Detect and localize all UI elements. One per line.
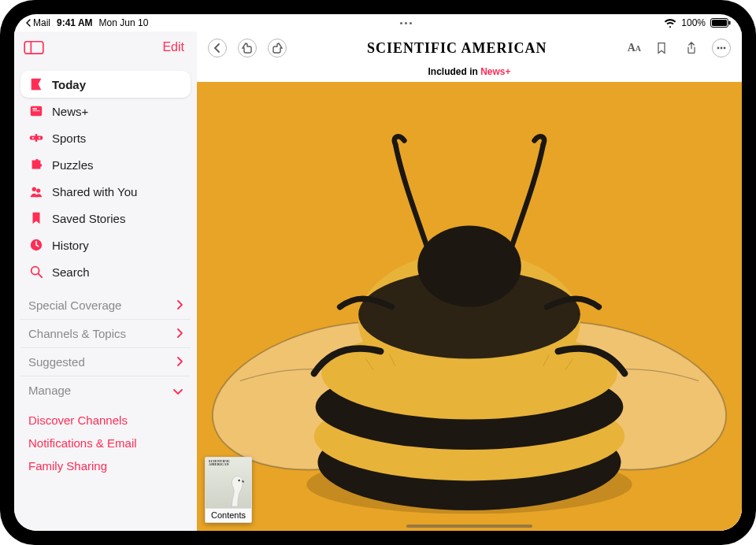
back-to-app[interactable]: Mail: [25, 17, 50, 28]
contents-thumbnail-image: SCIENTIFIC AMERICAN: [206, 458, 251, 508]
shared-icon: [28, 184, 44, 199]
article-view: SCIENTIFIC AMERICAN AA Included in News+: [197, 32, 742, 531]
svg-point-19: [724, 47, 726, 50]
link-discover-channels[interactable]: Discover Channels: [28, 409, 183, 432]
section-label: Suggested: [28, 355, 85, 369]
svg-point-13: [36, 188, 40, 192]
svg-rect-6: [33, 108, 37, 109]
multitask-dots-icon[interactable]: [148, 22, 664, 24]
sidebar-item-label: News+: [52, 105, 88, 118]
section-channels-topics[interactable]: Channels & Topics: [20, 319, 191, 347]
sidebar-item-search[interactable]: Search: [20, 258, 191, 285]
sidebar-item-label: Today: [52, 78, 86, 91]
battery-icon: [710, 18, 731, 28]
svg-rect-9: [35, 134, 37, 142]
status-bar: Mail 9:41 AM Mon Jun 10 100%: [14, 14, 742, 32]
like-button[interactable]: [268, 39, 287, 57]
sidebar-item-label: Shared with You: [52, 185, 137, 198]
section-manage[interactable]: Manage: [20, 376, 191, 404]
dislike-button[interactable]: [238, 39, 257, 57]
chevron-down-icon: [173, 384, 183, 397]
bee-illustration: [210, 129, 728, 513]
svg-rect-7: [33, 110, 40, 111]
share-button[interactable]: [682, 39, 701, 57]
svg-point-10: [32, 137, 34, 139]
sports-icon: [28, 130, 44, 146]
sidebar: Edit Today News+ Sports: [14, 32, 197, 531]
contents-label: Contents: [206, 508, 251, 522]
sidebar-item-label: Search: [52, 265, 90, 279]
edit-button[interactable]: Edit: [162, 40, 184, 54]
section-label: Special Coverage: [28, 298, 121, 312]
included-banner: Included in News+: [197, 65, 742, 82]
sidebar-item-sports[interactable]: Sports: [20, 124, 191, 151]
svg-point-11: [39, 137, 40, 139]
back-app-label: Mail: [33, 17, 50, 28]
sidebar-item-label: Saved Stories: [52, 212, 125, 225]
search-icon: [28, 264, 44, 280]
contents-button[interactable]: SCIENTIFIC AMERICAN Contents: [205, 457, 252, 523]
history-icon: [28, 237, 44, 253]
screen: Mail 9:41 AM Mon Jun 10 100%: [14, 14, 742, 531]
wifi-icon: [664, 18, 676, 28]
sidebar-primary-list: Today News+ Sports Puzzles: [20, 71, 191, 285]
sidebar-item-today[interactable]: Today: [20, 71, 191, 98]
svg-point-29: [417, 225, 521, 306]
sidebar-item-saved[interactable]: Saved Stories: [20, 205, 191, 232]
included-prefix: Included in: [428, 66, 480, 77]
chevron-right-icon: [176, 327, 183, 340]
sidebar-item-label: Sports: [52, 132, 86, 145]
sidebar-sections: Special Coverage Channels & Topics Sugge…: [20, 291, 191, 482]
sidebar-item-history[interactable]: History: [20, 232, 191, 258]
sidebar-item-newsplus[interactable]: News+: [20, 98, 191, 124]
chevron-right-icon: [176, 355, 183, 369]
ipad-frame: Mail 9:41 AM Mon Jun 10 100%: [0, 0, 756, 545]
svg-line-16: [39, 274, 43, 278]
publication-title: SCIENTIFIC AMERICAN: [295, 40, 620, 57]
save-button[interactable]: [652, 39, 671, 57]
svg-point-34: [238, 480, 239, 481]
more-button[interactable]: [712, 39, 731, 57]
sidebar-item-label: History: [52, 239, 89, 252]
sidebar-toggle-icon[interactable]: [24, 39, 44, 55]
svg-point-18: [721, 47, 723, 50]
section-suggested[interactable]: Suggested: [20, 347, 191, 376]
section-label: Manage: [28, 384, 71, 397]
sidebar-item-puzzles[interactable]: Puzzles: [20, 151, 191, 178]
manage-links: Discover Channels Notifications & Email …: [20, 404, 191, 482]
link-family-sharing[interactable]: Family Sharing: [28, 454, 183, 477]
home-indicator[interactable]: [406, 525, 532, 528]
section-special-coverage[interactable]: Special Coverage: [20, 291, 191, 319]
text-size-button[interactable]: AA: [628, 39, 641, 57]
cover-image[interactable]: SCIENTIFIC AMERICAN Contents: [197, 82, 742, 531]
news-icon: [28, 76, 44, 92]
svg-rect-1: [712, 20, 727, 26]
status-time: 9:41 AM: [57, 17, 93, 28]
back-button[interactable]: [208, 39, 227, 57]
included-brand: News+: [480, 66, 510, 77]
content-area: Edit Today News+ Sports: [14, 32, 742, 531]
svg-rect-2: [729, 21, 731, 25]
battery-percent: 100%: [681, 17, 706, 28]
bookmark-icon: [28, 210, 44, 226]
section-label: Channels & Topics: [28, 327, 126, 340]
svg-point-17: [717, 47, 720, 50]
chevron-right-icon: [176, 298, 183, 312]
thumb-title-bottom: AMERICAN: [209, 463, 230, 466]
link-notifications-email[interactable]: Notifications & Email: [28, 432, 183, 454]
svg-point-12: [32, 187, 36, 191]
newsplus-icon: [28, 103, 44, 119]
status-date: Mon Jun 10: [99, 17, 149, 28]
parrot-icon: [224, 472, 246, 508]
sidebar-item-shared[interactable]: Shared with You: [20, 178, 191, 205]
article-toolbar: SCIENTIFIC AMERICAN AA: [197, 32, 742, 65]
puzzle-icon: [28, 157, 44, 172]
sidebar-item-label: Puzzles: [52, 158, 94, 172]
svg-rect-3: [24, 42, 43, 54]
